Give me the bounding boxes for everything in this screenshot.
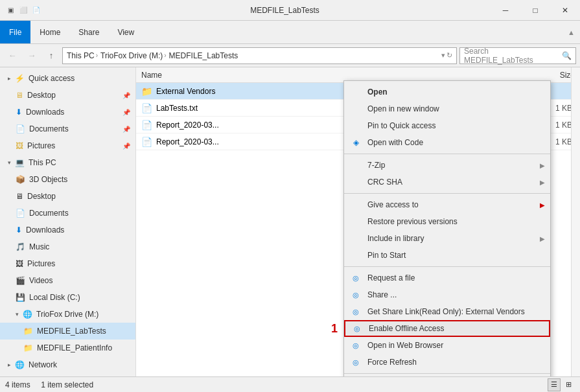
cm-include-library[interactable]: Include in library ▶ <box>344 230 550 247</box>
sidebar-item-videos[interactable]: 🎬 Videos <box>0 272 135 289</box>
file-name: External Vendors <box>156 87 215 96</box>
sidebar-item-label: Quick access <box>29 74 75 83</box>
separator <box>344 193 550 194</box>
address-bar-end: ▾ ↻ <box>441 51 452 60</box>
cm-crc-sha[interactable]: CRC SHA ▶ <box>344 174 550 190</box>
cm-get-share-link[interactable]: ◎ Get Share Link(Read Only): External Ve… <box>344 303 550 320</box>
col-header-name[interactable]: Name <box>136 71 528 80</box>
folder-icon: 📁 <box>23 327 33 336</box>
cm-label: Request a file <box>367 273 415 282</box>
cm-open-with-code[interactable]: ◈ Open with Code <box>344 134 550 151</box>
sidebar-item-music[interactable]: 🎵 Music <box>0 238 135 255</box>
sidebar-item-medfile-labtests[interactable]: 📁 MEDFILE_LabTests <box>0 323 135 340</box>
sidebar-item-documents-pc[interactable]: 📄 Documents <box>0 205 135 222</box>
downloads-icon: ⬇ <box>16 108 22 117</box>
cm-label: CRC SHA <box>367 178 402 187</box>
close-button[interactable]: ✕ <box>550 0 580 21</box>
cm-7zip[interactable]: 7-Zip ▶ <box>344 157 550 174</box>
sidebar-item-medfile-patientinfo[interactable]: 📁 MEDFILE_PatientInfo <box>0 340 135 356</box>
cm-open-new-window[interactable]: Open in new window <box>344 100 550 117</box>
item-selected: 1 item selected <box>41 380 93 389</box>
tab-home[interactable]: Home <box>30 21 69 43</box>
cm-enable-offline[interactable]: 1 ◎ Enable Offline Access <box>344 320 550 337</box>
sidebar-item-thispc[interactable]: ▾ 💻 This PC <box>0 154 135 171</box>
triofox-icon: ◎ <box>351 340 361 351</box>
sidebar-item-label: Local Disk (C:) <box>29 293 80 302</box>
sidebar-item-label: Pictures <box>27 141 55 150</box>
ribbon-collapse-btn[interactable]: ▲ <box>568 29 575 36</box>
sidebar-item-downloads-qa[interactable]: ⬇ Downloads 📌 <box>0 104 135 121</box>
cm-label: Get Share Link(Read Only): External Vend… <box>367 307 525 316</box>
3dobjects-icon: 📦 <box>16 175 25 184</box>
sidebar-item-downloads-pc[interactable]: ⬇ Downloads <box>0 222 135 238</box>
back-button[interactable]: ← <box>4 47 21 64</box>
nav-bar: ← → ↑ This PC › TrioFox Drive (M:) › MED… <box>0 44 580 67</box>
cm-request-file[interactable]: ◎ Request a file <box>344 270 550 286</box>
cm-force-refresh[interactable]: ◎ Force Refresh <box>344 354 550 371</box>
sidebar-item-label: Pictures <box>27 259 55 268</box>
search-icon[interactable]: 🔍 <box>562 51 572 60</box>
sidebar-item-label: MEDFILE_LabTests <box>37 327 106 336</box>
cm-give-access[interactable]: Give access to ▶ <box>344 196 550 213</box>
cm-pin-quick-access[interactable]: Pin to Quick access <box>344 117 550 134</box>
submenu-arrow: ▶ <box>540 162 545 169</box>
pictures-icon: 🖼 <box>16 141 23 150</box>
expand-icon: ▸ <box>8 75 11 82</box>
file-icon: 📁 <box>141 86 152 97</box>
details-view-button[interactable]: ☰ <box>548 378 561 391</box>
breadcrumb-thispc[interactable]: This PC › <box>67 51 98 60</box>
cm-label: Pin to Start <box>367 251 406 260</box>
large-icons-view-button[interactable]: ⊞ <box>562 378 575 391</box>
sidebar-item-label: TrioFox Drive (M:) <box>36 310 99 319</box>
sidebar-item-desktop-qa[interactable]: 🖥 Desktop 📌 <box>0 87 135 104</box>
breadcrumb-triofox[interactable]: TrioFox Drive (M:) › <box>100 51 167 60</box>
scroll-indicator <box>571 67 580 376</box>
app-icon-2: ⬜ <box>18 5 29 16</box>
cm-open[interactable]: Open <box>344 84 550 100</box>
pin-icon: 📌 <box>122 143 130 150</box>
folder-icon: 📁 <box>23 343 33 352</box>
maximize-button[interactable]: □ <box>520 0 550 21</box>
up-button[interactable]: ↑ <box>43 47 60 64</box>
window-controls: ─ □ ✕ <box>491 0 580 21</box>
medfile-label: MEDFILE_LabTests <box>169 51 238 60</box>
cm-restore-versions[interactable]: Restore previous versions <box>344 213 550 230</box>
desktop-icon: 🖥 <box>16 91 23 100</box>
minimize-button[interactable]: ─ <box>491 0 520 21</box>
address-bar[interactable]: This PC › TrioFox Drive (M:) › MEDFILE_L… <box>62 47 457 64</box>
separator <box>344 266 550 267</box>
network-icon: 🌐 <box>15 360 25 369</box>
cm-label: Restore previous versions <box>367 217 458 226</box>
thispc-label: This PC <box>67 51 95 60</box>
forward-button[interactable]: → <box>23 47 40 64</box>
cm-pin-start[interactable]: Pin to Start <box>344 247 550 264</box>
cm-label: Open in new window <box>367 104 439 113</box>
cm-share[interactable]: ◎ Share ... <box>344 286 550 303</box>
title-bar: ▣ ⬜ 📄 MEDFILE_LabTests ─ □ ✕ <box>0 0 580 21</box>
sidebar-item-label: 3D Objects <box>29 175 67 184</box>
refresh-button[interactable]: ↻ <box>447 51 452 60</box>
tab-file[interactable]: File <box>0 21 30 43</box>
dropdown-arrow[interactable]: ▾ <box>441 51 445 60</box>
sidebar-item-localdisk[interactable]: 💾 Local Disk (C:) <box>0 289 135 306</box>
cm-open-web-browser[interactable]: ◎ Open in Web Browser <box>344 337 550 354</box>
sidebar-item-3dobjects[interactable]: 📦 3D Objects <box>0 171 135 188</box>
sidebar-item-documents-qa[interactable]: 📄 Documents 📌 <box>0 121 135 137</box>
sidebar-item-label: Music <box>29 242 49 251</box>
pictures-icon: 🖼 <box>16 259 23 268</box>
sidebar-item-triofox[interactable]: ▾ 🌐 TrioFox Drive (M:) <box>0 306 135 323</box>
file-area: Name Size 📁 External Vendors 📄 LabTests.… <box>136 67 580 376</box>
sidebar-item-pictures-pc[interactable]: 🖼 Pictures <box>0 255 135 272</box>
expand-icon: ▾ <box>8 159 11 166</box>
downloads-icon: ⬇ <box>16 225 22 235</box>
sidebar-item-quickaccess[interactable]: ▸ ⚡ Quick access <box>0 70 135 87</box>
tab-share[interactable]: Share <box>69 21 108 43</box>
sidebar-item-pictures-qa[interactable]: 🖼 Pictures 📌 <box>0 137 135 154</box>
submenu-arrow: ▶ <box>540 179 545 186</box>
breadcrumb-medfile[interactable]: MEDFILE_LabTests <box>169 51 238 60</box>
tab-view[interactable]: View <box>108 21 143 43</box>
sidebar-item-network[interactable]: ▸ 🌐 Network <box>0 356 135 373</box>
triofox-icon: ◎ <box>351 357 361 367</box>
sidebar-item-desktop-pc[interactable]: 🖥 Desktop <box>0 188 135 205</box>
search-bar[interactable]: Search MEDFILE_LabTests 🔍 <box>459 47 576 64</box>
